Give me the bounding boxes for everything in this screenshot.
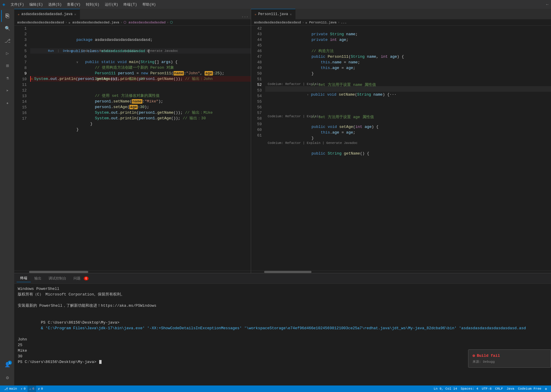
java-file-icon: ☕ [18,12,20,16]
code-line-6: // 使用构造方法创建一个新的 Person 对象 [30,59,251,65]
right-code-line-47: this.name = name; [265,54,551,60]
flask-icon[interactable]: ⚗ [1,72,13,84]
status-language[interactable]: Java [505,385,516,392]
tab-more-button[interactable]: ··· [239,15,251,19]
status-branch[interactable]: ⎇ main [2,385,19,392]
left-code-area: 1 2 3 4 5 ∨ 6 7 8 9 10 [14,26,251,271]
status-spaces[interactable]: Spaces: 4 [459,385,480,392]
right-code-line-46: public Person111(String name, int age) { [265,48,551,54]
code-line-12: person1.setName(name:"Mike"); [30,93,251,99]
code-line-1 [30,26,251,31]
left-tab-close-btn[interactable]: ✕ [74,12,76,16]
status-eol[interactable]: CRLF [493,385,505,392]
right-editor-content: 42 43 44 45 46 47 48 49 50 51 52 53 [251,26,551,273]
right-code-line-52: › public void setName(String name) {··· [265,86,551,92]
right-code-line-59: } [265,130,551,135]
build-fail-source: 来源: Debugg [473,359,547,364]
explorer-icon[interactable]: ⎘ [1,10,13,22]
right-code-line-55 [265,103,551,109]
right-tab-close-btn[interactable]: ✕ [290,12,292,16]
codeium-hint-60: Codeium: Refactor | Explain | Generate J… [265,141,551,145]
right-code-area: 42 43 44 45 46 47 48 49 50 51 52 53 [251,26,551,271]
ai-icon[interactable]: ✦ [1,97,13,109]
terminal-line-2: 版权所有（C） Microsoft Corporation。保留所有权利。 [18,292,547,297]
right-tab-bar: ☕ Person111.java ✕ [251,9,551,19]
code-line-5: ∨ public static void main(String[] args)… [30,54,251,59]
editor-area: ☕ asdasdasdasdadasdad.java ✕ ··· asdasda… [14,9,551,273]
terminal-output-25: 25 [18,342,547,348]
right-code-line-56: // set 方法用于设置 age 属性值 [265,109,551,114]
menu-file[interactable]: 文件(F) [8,1,27,8]
code-line-9: ⚠ System.out.println(person1.getAge()); … [30,76,251,82]
source-control-icon[interactable]: ⎇ [1,35,13,47]
code-line-7: Person111 person1 = new Person111(name:"… [30,65,251,70]
right-code-line-61: public String getName() { [265,145,551,151]
code-line-11: // 使用 set 方法修改对象的属性值 [30,87,251,93]
build-fail-notification: ⊗ Build fail 来源: Debugg [468,349,551,368]
settings-icon[interactable]: ⚙ [1,372,13,384]
right-code-line-54 [265,97,551,103]
status-sync[interactable]: ⚡ 0 [19,385,27,392]
right-line-numbers: 42 43 44 45 46 47 48 49 50 51 52 53 [251,26,264,271]
status-encoding[interactable]: UTF-8 [480,385,493,392]
code-line-2: package asdasdasdasdasdasdasdasd; [30,31,251,37]
code-line-4: ∨ public class asdasdasdasdadasdad { [30,43,251,48]
left-editor-tab[interactable]: ☕ asdasdasdasdadasdad.java ✕ [14,9,80,19]
code-line-8: System.out.println(person1.getName()); /… [30,70,251,76]
right-code-line-60 [265,135,551,141]
terminal-panel: 终端 输出 调试控制台 问题 6 Windows PowerShell 版权所有… [14,273,551,385]
status-warnings[interactable]: ⚠ 6 [28,385,36,392]
titlebar: ◈ 文件(F) 编辑(E) 选择(S) 查看(V) 转到(G) 运行(R) 终端… [0,0,551,9]
search-icon[interactable]: 🔍 [1,23,13,34]
left-code-lines[interactable]: package asdasdasdasdasdasdasdasd; ∨ publ… [29,26,251,271]
terminal-tab-output[interactable]: 输出 [31,275,45,282]
right-editor-tab[interactable]: ☕ Person111.java ✕ [251,9,295,19]
terminal-line-1: Windows PowerShell [18,286,547,292]
back-arrow-icon[interactable]: ← [546,2,549,7]
build-fail-title: ⊗ Build fail [473,353,547,358]
menu-view[interactable]: 查看(V) [65,1,83,8]
terminal-line-5 [18,309,547,314]
menu-goto[interactable]: 转到(G) [83,1,102,8]
code-line-16: } [30,115,251,121]
code-line-14: System.out.println(person1.getName()); /… [30,104,251,110]
status-cursor[interactable]: Ln 9, Col 14 [432,385,459,392]
status-errors[interactable]: ✗ 0 [36,385,45,392]
terminal-tab-terminal[interactable]: 终端 [17,274,31,282]
right-code-line-42: private String name; [265,26,551,31]
menu-help[interactable]: 帮助(H) [140,1,158,8]
send-icon[interactable]: ➤ [1,85,13,97]
left-editor-scrollbar[interactable] [14,271,251,273]
left-editor-panel: ☕ asdasdasdasdadasdad.java ✕ ··· asdasda… [14,9,251,273]
account-icon[interactable]: 👤 [1,359,13,371]
right-editor-scrollbar[interactable] [251,271,551,273]
right-editor-panel: ☕ Person111.java ✕ asdasdasdasdasdasdasd… [251,9,551,273]
left-tab-filename: asdasdasdasdadasdad.java [21,12,73,16]
status-settings-icon[interactable]: ⚙ [543,385,549,392]
terminal-tab-debug[interactable]: 调试控制台 [45,275,70,282]
menu-run[interactable]: 运行(R) [102,1,121,8]
main-layout: ⎘ 🔍 ⎇ ▷ ⊞ ⚗ ➤ ✦ 👤 ⚙ ☕ asdasdasdasdadasda… [0,9,551,385]
terminal-tab-problems[interactable]: 问题 6 [70,275,92,282]
left-tab-bar: ☕ asdasdasdasdadasdad.java ✕ ··· [14,9,251,19]
run-debug-icon[interactable]: ▷ [1,47,13,59]
branch-icon: ⎇ [4,387,8,391]
right-code-line-48: this.age = age; [265,60,551,65]
terminal-tab-bar: 终端 输出 调试控制台 问题 6 [14,273,551,284]
left-editor-content: 1 2 3 4 5 ∨ 6 7 8 9 10 [14,26,251,273]
status-codeium[interactable]: Codeium Free [516,385,543,392]
left-line-numbers: 1 2 3 4 5 ∨ 6 7 8 9 10 [14,26,29,271]
menu-edit[interactable]: 编辑(E) [27,1,45,8]
code-line-13: person1.setAge(age:30); [30,99,251,104]
vscode-logo-icon: ◈ [2,1,5,7]
code-line-10 [30,82,251,87]
right-code-line-57: public void setAge(int age) { [265,118,551,124]
menu-select[interactable]: 选择(S) [46,1,64,8]
menu-terminal[interactable]: 终端(T) [121,1,139,8]
activity-bar: ⎘ 🔍 ⎇ ▷ ⊞ ⚗ ➤ ✦ 👤 ⚙ [0,9,14,385]
terminal-line-3 [18,297,547,303]
status-bar: ⎇ main ⚡ 0 ⚠ 6 ✗ 0 Ln 9, Col 14 Spaces: … [0,385,551,392]
right-code-lines[interactable]: private String name; private int age; / [264,26,551,271]
extensions-icon[interactable]: ⊞ [1,60,13,72]
sync-icon: ⚡ [20,387,23,391]
